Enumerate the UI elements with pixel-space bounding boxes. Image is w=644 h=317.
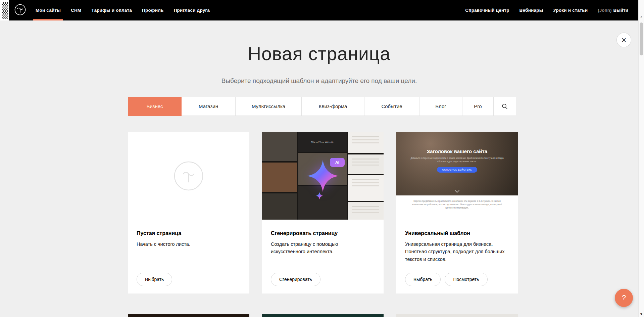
select-blank-button[interactable]: Выбрать xyxy=(137,273,172,286)
card-title: Сгенерировать страницу xyxy=(271,230,375,236)
nav-item-profile[interactable]: Профиль xyxy=(142,0,164,20)
template-hero-heading: Заголовок вашего сайта xyxy=(396,148,518,154)
nav-item-crm[interactable]: CRM xyxy=(71,0,81,20)
template-hero: Заголовок вашего сайта Добавьте интересн… xyxy=(396,132,518,195)
template-category-tabs: Бизнес Магазин Мультиссылка Квиз-форма С… xyxy=(128,97,516,116)
page-subtitle: Выберите подходящий шаблон и адаптируйте… xyxy=(0,77,638,85)
nav-item-invite-friend[interactable]: Пригласи друга xyxy=(174,0,210,20)
collage-tile-title: Title of Your Website xyxy=(298,132,347,152)
generate-button[interactable]: Сгенерировать xyxy=(271,273,320,286)
collage-tile xyxy=(262,193,297,220)
tab-business[interactable]: Бизнес xyxy=(128,97,182,116)
template-card-universal: Заголовок вашего сайта Добавьте интересн… xyxy=(396,132,518,293)
collage-tile xyxy=(348,175,384,201)
nav-item-my-sites[interactable]: Мои сайты xyxy=(36,0,61,20)
tab-pro[interactable]: Pro xyxy=(462,97,494,116)
ai-preview-collage: Title of Your Website AI xyxy=(262,132,384,220)
card-title: Пустая страница xyxy=(137,230,241,236)
question-mark-icon: ? xyxy=(622,293,626,302)
blank-page-preview xyxy=(128,132,249,220)
template-hero-subtext: Добавьте интересные подробности о вашей … xyxy=(410,156,504,163)
partial-template-card[interactable] xyxy=(128,314,249,317)
nav-item-webinars[interactable]: Вебинары xyxy=(519,8,543,13)
card-description: Начать с чистого листа. xyxy=(137,240,237,248)
collage-tile xyxy=(348,132,384,153)
ai-sparkle-small-icon xyxy=(316,192,323,199)
collage-site-title: Title of Your Website xyxy=(311,141,334,144)
universal-template-preview: Заголовок вашего сайта Добавьте интересн… xyxy=(396,132,518,220)
main-nav: Мои сайты CRM Тарифы и оплата Профиль Пр… xyxy=(36,0,210,20)
help-button[interactable]: ? xyxy=(615,289,633,307)
tab-event[interactable]: Событие xyxy=(364,97,419,116)
logout-label: Выйти xyxy=(613,8,629,13)
chevron-down-icon xyxy=(455,190,459,193)
partial-template-card[interactable] xyxy=(396,314,518,317)
user-name: (John) xyxy=(598,8,611,13)
collage-tile xyxy=(262,132,297,161)
tab-blog[interactable]: Блог xyxy=(419,97,462,116)
tab-store[interactable]: Магазин xyxy=(181,97,236,116)
tab-search[interactable] xyxy=(493,97,516,116)
user-logout[interactable]: (John) Выйти xyxy=(598,8,628,13)
template-card-ai-generate: Title of Your Website AI Сгенерировать с… xyxy=(262,132,384,293)
scroll-up-arrow-icon[interactable]: ▲ xyxy=(639,15,644,18)
tab-quiz-form[interactable]: Квиз-форма xyxy=(301,97,364,116)
template-body-section: Коротко представьтесь и расскажите о ком… xyxy=(396,195,518,220)
template-body-text: Коротко представьтесь и расскажите о ком… xyxy=(412,199,502,210)
page-title: Новая страница xyxy=(0,43,638,64)
page: { "navbar": { "items": [ { "label": "Мои… xyxy=(0,0,644,317)
ai-badge: AI xyxy=(330,158,345,167)
nav-item-pricing[interactable]: Тарифы и оплата xyxy=(91,0,132,20)
tilda-watermark-icon xyxy=(174,161,204,191)
collage-tile xyxy=(348,202,384,220)
template-hero-cta: Основное действие xyxy=(437,167,478,173)
partial-template-card[interactable] xyxy=(262,314,384,317)
top-navbar: Мои сайты CRM Тарифы и оплата Профиль Пр… xyxy=(0,0,638,20)
collage-tile xyxy=(348,154,384,174)
tab-multilink[interactable]: Мультиссылка xyxy=(235,97,302,116)
scroll-down-arrow-icon[interactable]: ▼ xyxy=(639,312,644,316)
secondary-nav: Справочный центр Вебинары Уроки и статьи… xyxy=(465,8,638,13)
card-description: Универсальная страница для бизнеса. Поня… xyxy=(405,240,506,263)
template-card-blank: Пустая страница Начать с чистого листа. … xyxy=(128,132,249,293)
nav-item-lessons[interactable]: Уроки и статьи xyxy=(553,8,588,13)
card-description: Создать страницу с помощью искусственног… xyxy=(271,240,371,256)
scrollbar-thumb[interactable] xyxy=(640,22,643,55)
tilda-logo[interactable] xyxy=(14,4,26,17)
page-scrollbar[interactable]: ▲ ▼ xyxy=(638,0,644,317)
collage-tile xyxy=(262,163,297,192)
preview-universal-button[interactable]: Посмотреть xyxy=(445,273,487,286)
select-universal-button[interactable]: Выбрать xyxy=(405,273,441,286)
zigzag-decoration xyxy=(0,0,9,20)
nav-item-help-center[interactable]: Справочный центр xyxy=(465,8,509,13)
search-icon xyxy=(502,103,508,109)
card-title: Универсальный шаблон xyxy=(405,230,509,236)
